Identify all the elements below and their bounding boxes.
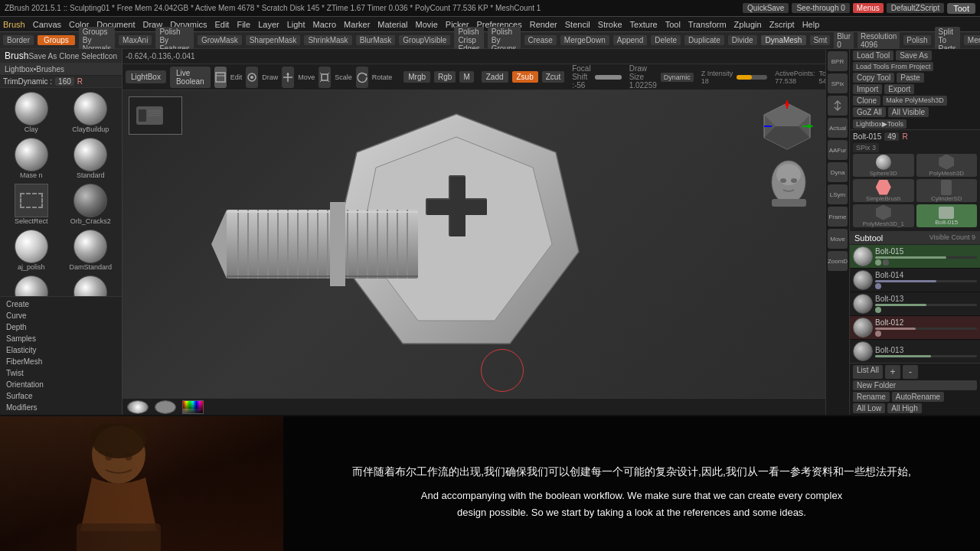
modifiers-item[interactable]: Modifiers <box>0 402 122 413</box>
menu-material[interactable]: Material <box>377 20 407 29</box>
divide-btn[interactable]: Divide <box>728 35 757 45</box>
polish-btn2[interactable]: Polish <box>903 35 930 45</box>
menu-texture[interactable]: Texture <box>630 20 658 29</box>
copy-tool-btn[interactable]: Copy Tool <box>853 73 894 83</box>
menu-render[interactable]: Render <box>530 20 557 29</box>
menu-zscript[interactable]: Zscript <box>769 20 795 29</box>
all-visible-btn[interactable]: All Visible <box>888 107 929 117</box>
growmask-btn[interactable]: GrowMask <box>198 35 242 45</box>
toot-button[interactable]: Toot <box>947 3 975 14</box>
merge-visible-btn[interactable]: MergeVisible <box>964 35 980 45</box>
maxani-btn[interactable]: MaxAni <box>119 35 152 45</box>
curve-item[interactable]: Curve <box>0 310 122 321</box>
rgb-btn[interactable]: Rgb <box>434 71 456 83</box>
menu-stencil[interactable]: Stencil <box>565 20 590 29</box>
aafur-icon[interactable]: AAFur <box>828 140 848 160</box>
clone-tool-btn[interactable]: Clone <box>853 96 880 106</box>
add-subtool-btn[interactable]: + <box>885 365 900 379</box>
sharpenmask-btn[interactable]: SharpenMask <box>246 35 301 45</box>
create-item[interactable]: Create <box>0 298 122 310</box>
menu-macro[interactable]: Macro <box>313 20 337 29</box>
move2-icon[interactable]: Move <box>828 229 848 249</box>
blurmask-btn[interactable]: BlurMask <box>356 35 396 45</box>
mrgb-btn[interactable]: Mrgb <box>403 71 430 83</box>
brush-item-damstandard[interactable]: DamStandard <box>62 228 120 272</box>
elasticity-item[interactable]: Elasticity <box>0 344 122 356</box>
menu-stroke[interactable]: Stroke <box>598 20 622 29</box>
zoomd-icon[interactable]: ZoomD <box>828 251 848 271</box>
list-all-btn[interactable]: List All <box>853 365 883 379</box>
frame-icon[interactable]: Frame <box>828 207 848 227</box>
duplicate-btn[interactable]: Duplicate <box>684 35 724 45</box>
groupvisible-btn[interactable]: GroupVisible <box>399 35 450 45</box>
save-as-tool-btn[interactable]: Save As <box>896 51 932 60</box>
color-picker[interactable] <box>182 400 204 414</box>
brush-item-trimsmoothbor[interactable]: TrimSmoothBor <box>62 274 120 296</box>
see-through[interactable]: See-through 0 <box>792 3 849 13</box>
smt-input[interactable]: Smt <box>810 35 830 45</box>
menu-edit[interactable]: Edit <box>214 20 229 29</box>
focal-shift-slider[interactable] <box>595 75 622 80</box>
brush-item-clay[interactable]: Clay <box>2 90 60 135</box>
trim-dynamic-value[interactable]: 160 <box>55 77 74 86</box>
clone-btn[interactable]: Clone <box>59 52 79 60</box>
subtool-item-bolt014[interactable]: Bolt-014 <box>850 269 980 292</box>
menu-layer[interactable]: Layer <box>258 20 279 29</box>
edit-icon[interactable] <box>214 67 227 88</box>
export-btn[interactable]: Export <box>884 84 914 94</box>
subtool-header[interactable]: Subtool Visible Count 9 <box>850 232 980 245</box>
auto-rename-btn[interactable]: AutoRename <box>892 392 944 402</box>
draw-icon[interactable] <box>246 67 258 88</box>
rename-btn[interactable]: Rename <box>853 392 890 402</box>
surface-item[interactable]: Surface <box>0 390 122 402</box>
brush-item-aj-polish[interactable]: aj_polish <box>2 228 60 272</box>
resolution-input[interactable]: Resolution 4096 <box>858 31 900 50</box>
groups-dropdown[interactable]: Groups <box>38 35 75 45</box>
nav-cube[interactable] <box>760 99 814 153</box>
brush-item-orb-cracks2[interactable]: Orb_Cracks2 <box>62 182 120 227</box>
m-btn[interactable]: M <box>459 71 473 83</box>
subtool-item-bolt015-1[interactable]: Bolt-015 <box>850 245 980 269</box>
brush-item-claybuildup[interactable]: ClayBuildup <box>62 90 120 135</box>
rotate-icon[interactable] <box>356 67 368 88</box>
remove-subtool-btn[interactable]: - <box>903 365 918 379</box>
menu-marker[interactable]: Marker <box>344 20 370 29</box>
orientation-item[interactable]: Orientation <box>0 379 122 390</box>
move-icon[interactable] <box>282 67 294 88</box>
bolt-015-model-icon[interactable]: Bolt-015 <box>916 204 978 227</box>
local-sym-icon[interactable]: LSym <box>828 184 848 204</box>
menu-file[interactable]: File <box>237 20 250 29</box>
crease-btn[interactable]: Crease <box>524 35 557 45</box>
twist-item[interactable]: Twist <box>0 367 122 379</box>
append-btn[interactable]: Append <box>613 35 647 45</box>
z-intensity-slider[interactable] <box>737 75 767 80</box>
sphere3d-icon[interactable]: Sphere3D <box>853 154 914 177</box>
zsub-btn[interactable]: Zsub <box>512 71 538 83</box>
scale-icon[interactable] <box>318 67 331 88</box>
border-btn[interactable]: Border <box>3 35 34 45</box>
alpha-preview[interactable] <box>127 400 149 414</box>
zcut-btn[interactable]: Zcut <box>542 71 564 83</box>
lightbox-brushes[interactable]: Lightbox•Brushes <box>0 64 122 76</box>
blur-input[interactable]: Blur 0 <box>834 31 854 50</box>
bpr-icon[interactable]: BPR <box>828 51 848 71</box>
lightbox-btn[interactable]: LightBox <box>126 70 166 83</box>
all-high-btn[interactable]: All High <box>887 403 921 413</box>
brush-item-selectrect[interactable]: SelectRect <box>2 182 60 227</box>
texture-preview[interactable] <box>155 400 176 414</box>
load-tool-btn[interactable]: Load Tool <box>853 51 893 60</box>
menus-highlight[interactable]: Menus <box>853 3 884 13</box>
actual-icon[interactable]: Actual <box>828 118 848 138</box>
import-btn[interactable]: Import <box>853 84 882 94</box>
subtool-item-bolt013-1[interactable]: Bolt-013 <box>850 292 980 316</box>
polymesh3d-icon[interactable]: PolyMesh3D <box>916 154 978 177</box>
dyynamesh-btn[interactable]: DynaMesh <box>761 35 807 45</box>
menu-brush[interactable]: Brush <box>3 20 25 29</box>
menu-movie[interactable]: Movie <box>415 20 437 29</box>
polymesh3d-1-icon[interactable]: PolyMesh3D_1 <box>853 204 914 227</box>
merge-down-btn[interactable]: MergeDown <box>560 35 609 45</box>
quick-save[interactable]: QuickSave <box>743 3 789 13</box>
samples-item[interactable]: Samples <box>0 333 122 344</box>
selection-icon-btn[interactable]: SelectIcon <box>81 52 117 60</box>
viewport[interactable] <box>122 90 825 398</box>
